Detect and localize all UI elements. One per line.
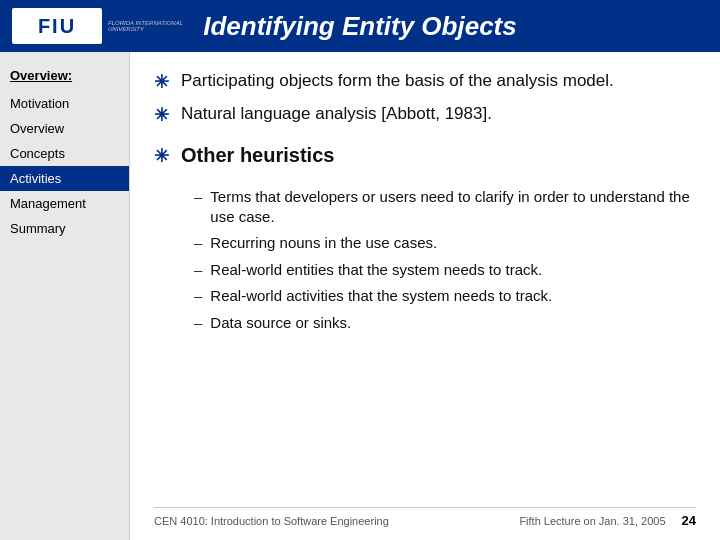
bullet-star-3: ✳: [154, 145, 169, 167]
page-title: Identifying Entity Objects: [203, 11, 516, 42]
dash-4: –: [194, 314, 202, 331]
logo-box: FIU: [12, 8, 102, 44]
sidebar: Overview: Motivation Overview Concepts A…: [0, 52, 130, 540]
logo-subtitle: FLORIDA INTERNATIONALUNIVERSITY: [108, 20, 183, 32]
content-area: ✳ Participating objects form the basis o…: [130, 52, 720, 540]
sub-item-1: – Recurring nouns in the use cases.: [194, 233, 696, 253]
bullet-star-2: ✳: [154, 104, 169, 126]
footer: CEN 4010: Introduction to Software Engin…: [154, 507, 696, 530]
footer-page-number: 24: [682, 513, 696, 528]
dash-2: –: [194, 261, 202, 278]
bullet-row-1: ✳ Participating objects form the basis o…: [154, 70, 696, 93]
sub-text-1: Recurring nouns in the use cases.: [210, 233, 437, 253]
sidebar-item-summary[interactable]: Summary: [0, 216, 129, 241]
dash-1: –: [194, 234, 202, 251]
bullet-section-1: ✳ Participating objects form the basis o…: [154, 70, 696, 126]
dash-0: –: [194, 188, 202, 205]
sidebar-item-management[interactable]: Management: [0, 191, 129, 216]
bullet-text-1: Participating objects form the basis of …: [181, 70, 614, 93]
sub-item-3: – Real-world activities that the system …: [194, 286, 696, 306]
footer-left-text: CEN 4010: Introduction to Software Engin…: [154, 515, 389, 527]
bullet-row-3: ✳ Other heuristics: [154, 144, 696, 177]
sub-text-2: Real-world entities that the system need…: [210, 260, 542, 280]
logo-area: FIU FLORIDA INTERNATIONALUNIVERSITY: [12, 8, 183, 44]
sub-item-2: – Real-world entities that the system ne…: [194, 260, 696, 280]
sidebar-item-overview[interactable]: Overview: [0, 116, 129, 141]
bullet-text-2: Natural language analysis [Abbott, 1983]…: [181, 103, 492, 126]
sub-text-3: Real-world activities that the system ne…: [210, 286, 552, 306]
dash-3: –: [194, 287, 202, 304]
bullet-section-2: ✳ Other heuristics – Terms that develope…: [154, 144, 696, 332]
main-layout: Overview: Motivation Overview Concepts A…: [0, 52, 720, 540]
header: FIU FLORIDA INTERNATIONALUNIVERSITY Iden…: [0, 0, 720, 52]
logo-text: FIU: [38, 15, 76, 38]
footer-right-text: Fifth Lecture on Jan. 31, 2005: [519, 515, 665, 527]
section-title: Other heuristics: [181, 144, 334, 167]
content-body: ✳ Participating objects form the basis o…: [154, 70, 696, 499]
bullet-star-1: ✳: [154, 71, 169, 93]
sub-text-4: Data source or sinks.: [210, 313, 351, 333]
sub-text-0: Terms that developers or users need to c…: [210, 187, 696, 226]
sidebar-item-activities[interactable]: Activities: [0, 166, 129, 191]
sidebar-overview-label: Overview:: [0, 62, 129, 91]
sub-item-0: – Terms that developers or users need to…: [194, 187, 696, 226]
bullet-row-2: ✳ Natural language analysis [Abbott, 198…: [154, 103, 696, 126]
sub-list: – Terms that developers or users need to…: [194, 187, 696, 332]
sidebar-item-motivation[interactable]: Motivation: [0, 91, 129, 116]
sidebar-item-concepts[interactable]: Concepts: [0, 141, 129, 166]
sub-item-4: – Data source or sinks.: [194, 313, 696, 333]
footer-right-container: Fifth Lecture on Jan. 31, 2005 24: [519, 513, 696, 528]
